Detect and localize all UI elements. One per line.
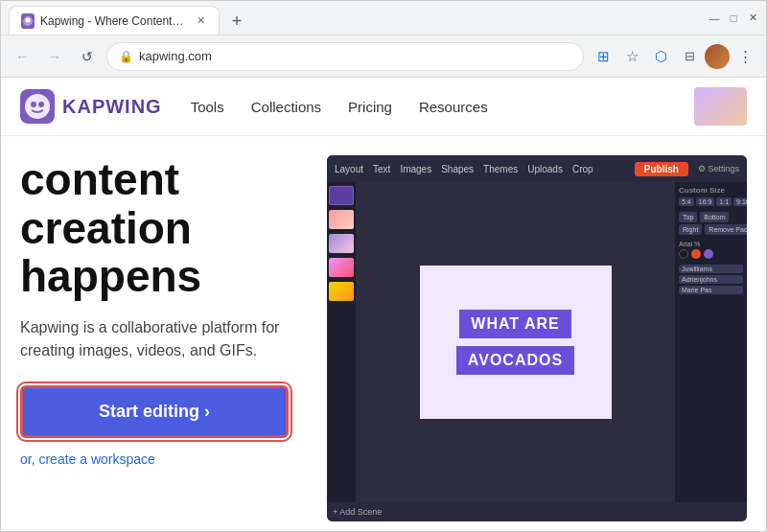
size-btn-5x4[interactable]: 5:4	[679, 197, 694, 206]
nav-resources[interactable]: Resources	[419, 99, 488, 115]
editor-sidebar-right: Custom Size 5:4 16:9 1:1 9:16 Top	[675, 182, 747, 502]
right-panel-title: Custom Size	[679, 186, 743, 195]
address-bar: ← → ↺ 🔒 kapwing.com ⊞ ☆ ⬡ ⊟ ⋮	[1, 35, 766, 78]
size-btn-1x1[interactable]: 1:1	[716, 197, 732, 206]
nav-collections[interactable]: Collections	[251, 99, 321, 115]
browser-window: Kapwing - Where Content Creati ✕ + — □ ✕…	[0, 0, 767, 532]
align-bottom-button[interactable]: Bottom	[700, 212, 729, 222]
add-scene-button[interactable]: + Add Scene	[333, 507, 382, 517]
nav-pricing[interactable]: Pricing	[348, 99, 392, 115]
scene-thumb-3[interactable]	[329, 234, 354, 253]
back-button[interactable]: ←	[9, 43, 35, 70]
color-swatch-purple[interactable]	[704, 249, 713, 259]
scene-thumb-2[interactable]	[329, 210, 354, 229]
forward-button[interactable]: →	[41, 43, 68, 70]
align-row-2: Right Remove Padding	[679, 224, 743, 235]
editor-canvas-area[interactable]: WHAT ARE AVOCADOS	[356, 182, 675, 502]
hero-title-line1: content	[20, 154, 179, 204]
canvas-text-2: AVOCADOS	[456, 346, 574, 375]
hero-subtitle: Kapwing is a collaborative platform for …	[20, 316, 308, 362]
editor-topbar: Layout Text Images Shapes Themes Uploads…	[327, 155, 747, 182]
tab-close-button[interactable]: ✕	[194, 13, 207, 29]
extension-icon: ⬡	[655, 48, 667, 65]
scene-thumb-5[interactable]	[329, 282, 354, 301]
tab-favicon	[21, 13, 35, 29]
editor-tab-layout[interactable]: Layout	[335, 164, 363, 174]
editor-body: WHAT ARE AVOCADOS Custom Size 5:4 16:9 1…	[327, 182, 747, 502]
editor-tab-text[interactable]: Text	[373, 164, 390, 174]
size-btn-16x9[interactable]: 16:9	[696, 197, 715, 206]
publish-button[interactable]: Publish	[635, 162, 688, 176]
bookmark-button[interactable]: ☆	[618, 43, 645, 70]
web-content: KAPWING Tools Collections Pricing Resour…	[1, 78, 766, 531]
hero-section: content creation happens Kapwing is a co…	[1, 136, 766, 531]
editor-sidebar-left	[327, 182, 356, 502]
canvas: WHAT ARE AVOCADOS	[420, 266, 612, 419]
align-top-button[interactable]: Top	[679, 212, 697, 222]
editor-tab-list: Layout Text Images Shapes Themes Uploads…	[335, 164, 593, 174]
editor-tab-shapes[interactable]: Shapes	[441, 164, 474, 174]
logo-area: KAPWING	[20, 89, 162, 124]
cast-button[interactable]: ⊟	[676, 43, 703, 70]
member-3: Marie Pas	[679, 286, 743, 294]
size-btn-9x16[interactable]: 9:16	[733, 197, 747, 206]
right-panel-align: Top Bottom Right Remove Padding	[679, 212, 743, 235]
right-panel-size: Custom Size 5:4 16:9 1:1 9:16	[679, 186, 743, 206]
title-bar: Kapwing - Where Content Creati ✕ + — □ ✕	[1, 1, 766, 35]
editor-tab-crop[interactable]: Crop	[572, 164, 593, 174]
align-row-1: Top Bottom	[679, 212, 743, 222]
color-swatch-dark[interactable]	[679, 249, 688, 259]
translate-button[interactable]: ⊞	[590, 43, 616, 70]
user-thumbnail	[694, 87, 747, 126]
scene-thumb-4[interactable]	[329, 258, 354, 277]
remove-padding-button[interactable]: Remove Padding	[705, 224, 747, 235]
lock-icon: 🔒	[119, 50, 133, 63]
star-icon: ☆	[626, 48, 639, 65]
nav-right	[694, 87, 747, 126]
svg-point-3	[31, 102, 36, 107]
window-controls: — □ ✕	[709, 12, 758, 24]
logo-text: KAPWING	[62, 96, 162, 118]
editor-bottom-bar: + Add Scene	[327, 502, 747, 521]
member-1: Juwilliams	[679, 265, 743, 273]
font-label: Arial %	[679, 241, 743, 247]
refresh-button[interactable]: ↺	[74, 43, 101, 70]
menu-button[interactable]: ⋮	[732, 43, 758, 70]
tab-title: Kapwing - Where Content Creati	[40, 14, 184, 28]
svg-point-1	[26, 17, 31, 22]
canvas-text-1: WHAT ARE	[459, 310, 570, 338]
svg-point-4	[38, 102, 44, 107]
hero-title: content creation happens	[20, 155, 308, 301]
logo-icon	[20, 89, 55, 124]
color-swatches	[679, 249, 743, 259]
editor-tab-themes[interactable]: Themes	[483, 164, 518, 174]
hero-left: content creation happens Kapwing is a co…	[20, 155, 308, 521]
color-swatch-red[interactable]	[691, 249, 701, 259]
settings-button[interactable]: ⚙ Settings	[698, 164, 739, 173]
url-text: kapwing.com	[139, 49, 212, 63]
hero-title-line3: happens	[20, 251, 201, 301]
translate-icon: ⊞	[597, 48, 610, 65]
nav-tools[interactable]: Tools	[191, 99, 224, 115]
maximize-button[interactable]: □	[728, 12, 739, 24]
active-tab[interactable]: Kapwing - Where Content Creati ✕	[9, 6, 220, 35]
right-panel-font: Arial %	[679, 241, 743, 259]
profile-avatar[interactable]	[705, 44, 730, 69]
url-bar[interactable]: 🔒 kapwing.com	[106, 42, 584, 71]
close-button[interactable]: ✕	[747, 12, 758, 24]
create-workspace-link[interactable]: or, create a workspace	[20, 451, 308, 467]
right-panel-members: Juwilliams Adrienjohns Marie Pas	[679, 265, 743, 294]
align-right-button[interactable]: Right	[679, 224, 702, 235]
start-editing-button[interactable]: Start editing ›	[20, 385, 289, 438]
extension-button[interactable]: ⬡	[647, 43, 674, 70]
toolbar-icons: ⊞ ☆ ⬡ ⊟ ⋮	[590, 43, 758, 70]
tab-area: Kapwing - Where Content Creati ✕ +	[9, 1, 709, 35]
editor-tab-uploads[interactable]: Uploads	[527, 164, 563, 174]
svg-point-2	[25, 94, 50, 119]
minimize-button[interactable]: —	[709, 12, 720, 24]
site-nav: KAPWING Tools Collections Pricing Resour…	[1, 78, 766, 136]
editor-tab-images[interactable]: Images	[400, 164, 431, 174]
new-tab-button[interactable]: +	[223, 8, 250, 35]
hero-title-line2: creation	[20, 203, 192, 253]
scene-thumb-1[interactable]	[329, 186, 354, 205]
